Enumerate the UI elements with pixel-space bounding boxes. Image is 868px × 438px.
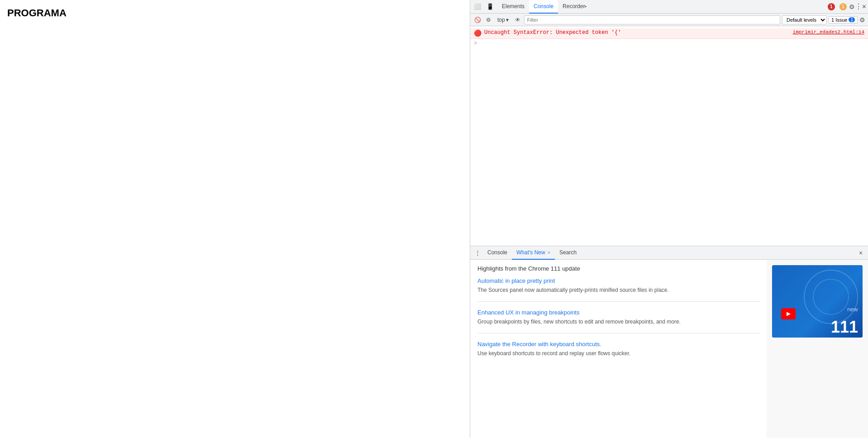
whats-new-item-1-desc: Group breakpoints by files, new shortcut…	[477, 318, 759, 326]
devtools-drawer: ⋮ Console What's New × Search × Highligh…	[470, 246, 868, 438]
tab-elements[interactable]: Elements	[497, 0, 529, 14]
error-badge[interactable]: 1	[825, 3, 837, 11]
level-dropdown[interactable]: Default levels	[782, 15, 827, 24]
warning-badge[interactable]: 1	[837, 3, 849, 11]
yt-play-button[interactable]: ▶	[781, 308, 796, 319]
inspect-icon[interactable]: ⬜	[472, 1, 483, 12]
console-error-link[interactable]: imprimir_edades2.html:14	[793, 29, 864, 35]
console-error-text: Uncaught SyntaxError: Unexpected token '…	[484, 29, 789, 36]
whats-new-item-1-title[interactable]: Enhanced UX in managing breakpoints	[477, 309, 759, 316]
clear-console-icon[interactable]: 🚫	[473, 15, 482, 24]
devtools-tab-icons: ⬜ 📱	[472, 1, 496, 12]
console-error-row: 🔴 Uncaught SyntaxError: Unexpected token…	[470, 28, 868, 39]
whats-new-header: Highlights from the Chrome 111 update	[477, 265, 759, 272]
page-title: PROGRAMA	[7, 7, 67, 19]
yt-circle-decoration-2	[813, 279, 849, 315]
more-icon[interactable]: ⋮	[855, 2, 862, 11]
main-page: PROGRAMA	[0, 0, 470, 438]
yt-number: 111	[831, 319, 858, 335]
drawer-menu-icon[interactable]: ⋮	[472, 248, 483, 258]
console-output: 🔴 Uncaught SyntaxError: Unexpected token…	[470, 26, 868, 246]
tab-console[interactable]: Console	[529, 0, 558, 14]
devtools-tab-bar: ⬜ 📱 Elements Console Recorder ▸ 1 1 ⚙ ⋮ …	[470, 0, 868, 14]
whats-new-item-0-title[interactable]: Automatic in place pretty print	[477, 277, 759, 284]
whats-new-item-2-desc: Use keyboard shortcuts to record and rep…	[477, 349, 759, 357]
drawer-close-button[interactable]: ×	[855, 248, 866, 258]
whats-new-item-0: Automatic in place pretty print The Sour…	[477, 277, 759, 302]
eye-icon[interactable]: 👁	[513, 15, 522, 24]
drawer-tab-search[interactable]: Search	[555, 246, 581, 260]
device-toolbar-icon[interactable]: 📱	[485, 1, 496, 12]
console-caret-row: >	[470, 39, 868, 48]
close-whats-new-icon[interactable]: ×	[548, 250, 550, 255]
whats-new-item-1: Enhanced UX in managing breakpoints Grou…	[477, 309, 759, 333]
whats-new-item-2: Navigate the Recorder with keyboard shor…	[477, 341, 759, 365]
drawer-content: Highlights from the Chrome 111 update Au…	[470, 260, 868, 438]
whats-new-item-2-title[interactable]: Navigate the Recorder with keyboard shor…	[477, 341, 759, 348]
devtools-toolbar: 🚫 ⚙ top ▾ 👁 Default levels 1 Issue 1 ⚙	[470, 14, 868, 26]
top-dropdown[interactable]: top ▾	[495, 15, 511, 24]
yt-play-icon: ▶	[787, 311, 790, 317]
drawer-tab-console[interactable]: Console	[483, 246, 512, 260]
issue-badge[interactable]: 1 Issue 1	[829, 16, 858, 24]
preserve-log-icon[interactable]: ⚙	[484, 15, 493, 24]
whats-new-item-0-desc: The Sources panel now automatically pret…	[477, 286, 759, 294]
whats-new-panel: Highlights from the Chrome 111 update Au…	[470, 260, 767, 438]
toolbar-settings-icon[interactable]: ⚙	[859, 16, 865, 24]
close-devtools-icon[interactable]: ×	[862, 3, 866, 11]
yt-new-label: new	[847, 306, 858, 313]
drawer-tab-bar: ⋮ Console What's New × Search ×	[470, 246, 868, 260]
filter-input[interactable]	[524, 15, 780, 24]
error-circle-icon: 🔴	[474, 29, 482, 37]
devtools-panel: ⬜ 📱 Elements Console Recorder ▸ 1 1 ⚙ ⋮ …	[470, 0, 868, 438]
tab-recorder[interactable]: Recorder ▸	[558, 0, 591, 14]
error-count: 1	[828, 3, 835, 10]
warning-count: 1	[839, 3, 847, 10]
drawer-tab-whats-new[interactable]: What's New ×	[512, 246, 555, 260]
youtube-thumbnail[interactable]: ▶ new 111	[772, 265, 863, 338]
settings-icon[interactable]: ⚙	[849, 3, 855, 10]
